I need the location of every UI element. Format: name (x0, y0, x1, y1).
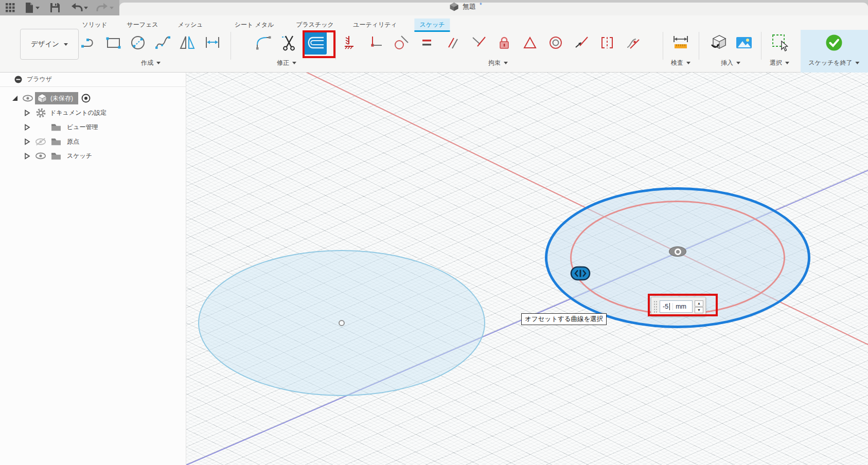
visibility-eye-icon[interactable] (33, 152, 48, 160)
visibility-off-eye-icon[interactable] (33, 137, 48, 146)
circle-tool-button[interactable] (127, 31, 150, 55)
document-title-text: 無題 (463, 2, 476, 11)
tab-surface[interactable]: サーフェス (121, 19, 163, 31)
fillet-icon (255, 34, 272, 51)
item-label: ドキュメントの設定 (50, 109, 107, 117)
panel-drag-handle[interactable] (653, 300, 658, 313)
offset-tool-button[interactable] (303, 31, 327, 55)
concentric-constraint-button[interactable] (544, 31, 568, 55)
expand-root-icon[interactable] (9, 95, 21, 102)
tab-sketch[interactable]: スケッチ (414, 19, 450, 32)
quick-access-toolbar (0, 0, 119, 15)
group-label-finish-sketch[interactable]: スケッチを終了 (808, 59, 859, 67)
group-label-create[interactable]: 作成 (141, 59, 161, 67)
tab-solid[interactable]: ソリッド (77, 19, 112, 31)
browser-root-row[interactable]: (未保存) (0, 91, 186, 105)
finish-sketch-button[interactable] (822, 31, 846, 55)
expand-icon[interactable] (21, 152, 33, 160)
left-circle-center-point[interactable] (339, 320, 345, 326)
flip-direction-icon (570, 266, 591, 281)
tab-sheetmetal[interactable]: シート メタル (229, 19, 279, 31)
expand-icon[interactable] (21, 138, 33, 146)
spinner-down-button[interactable]: ▼ (695, 307, 703, 313)
group-label-inspect[interactable]: 検査 (671, 59, 690, 67)
perpendicular-constraint-button[interactable] (467, 31, 490, 55)
collinear-constraint-button[interactable] (570, 31, 593, 55)
tab-utility[interactable]: ユーティリティ (348, 19, 402, 31)
browser-item-sketches[interactable]: スケッチ (0, 149, 186, 163)
group-label-insert[interactable]: 挿入 (721, 59, 740, 67)
coincident-constraint-button[interactable] (338, 31, 362, 55)
browser-panel: ブラウザ (未保存) ドキュメントの設定 (0, 73, 186, 465)
midpoint-constraint-button[interactable] (518, 31, 542, 55)
mirror-tool-button[interactable] (176, 31, 200, 55)
equal-icon (419, 35, 435, 50)
item-label: スケッチ (67, 152, 92, 160)
save-icon (50, 3, 60, 13)
group-label-modify[interactable]: 修正 (277, 59, 296, 67)
offset-distance-input[interactable]: -5 mm (660, 300, 693, 313)
workspace-selector[interactable]: デザイン (20, 29, 79, 60)
sketch-origin-point[interactable] (669, 246, 686, 257)
inspect-group (669, 31, 693, 55)
item-label: ビュー管理 (67, 123, 98, 132)
collinear-icon (574, 35, 589, 50)
rectangle-icon (105, 34, 122, 51)
save-button[interactable] (48, 1, 62, 14)
app-bar: 無題 * (0, 0, 868, 15)
group-divider (761, 32, 761, 60)
browser-item-document-settings[interactable]: ドキュメントの設定 (0, 105, 186, 120)
tab-mesh[interactable]: メッシュ (172, 19, 208, 31)
group-label-constraints[interactable]: 拘束 (488, 59, 508, 67)
select-tool-button[interactable] (768, 31, 791, 55)
tab-plastic[interactable]: プラスチック (291, 19, 339, 31)
insert-image-icon (735, 34, 753, 51)
perpendicular-icon (471, 35, 486, 50)
expand-icon[interactable] (21, 123, 33, 131)
measure-tool-button[interactable] (669, 31, 693, 55)
ribbon-toolbar: デザイン ソリッド サーフェス メッシュ シート メタル プラスチック ユーティ… (0, 15, 868, 73)
finish-check-icon (825, 33, 843, 52)
curvature-constraint-button[interactable] (621, 31, 645, 55)
spline-tool-button[interactable] (151, 31, 175, 55)
tangent-constraint-button[interactable] (389, 31, 413, 55)
finish-sketch-group (822, 31, 846, 55)
equal-constraint-button[interactable] (415, 31, 439, 55)
symmetry-icon (599, 35, 615, 50)
rectangle-tool-button[interactable] (102, 31, 126, 55)
trim-tool-button[interactable] (277, 31, 301, 55)
spinner-up-button[interactable]: ▲ (695, 300, 703, 307)
horizontal-vertical-icon (368, 35, 383, 50)
group-label-select[interactable]: 選択 (770, 59, 789, 67)
root-document-item[interactable]: (未保存) (35, 92, 78, 104)
mirror-icon (179, 34, 197, 51)
app-grid-button[interactable] (4, 1, 16, 14)
collapse-panel-icon[interactable] (14, 76, 22, 83)
parallel-constraint-button[interactable] (441, 31, 465, 55)
expand-icon[interactable] (21, 109, 33, 117)
horizontal-vertical-constraint-button[interactable] (364, 31, 387, 55)
document-cube-icon (449, 2, 459, 12)
redo-button[interactable] (95, 1, 115, 14)
fillet-tool-button[interactable] (252, 31, 275, 55)
dimension-tool-button[interactable] (201, 31, 224, 55)
file-menu-button[interactable] (23, 1, 41, 14)
file-icon (24, 2, 34, 13)
fusion360-window: 無題 * デザイン ソリッド サーフェス メッシュ シート メタル プラスチック… (0, 0, 868, 465)
root-visibility-eye-icon[interactable] (21, 94, 35, 102)
activate-component-icon[interactable] (78, 94, 94, 103)
browser-item-origin[interactable]: 原点 (0, 134, 186, 149)
fix-constraint-button[interactable] (492, 31, 516, 55)
group-divider (335, 32, 336, 60)
insert-image-button[interactable] (732, 31, 756, 55)
offset-flip-handle[interactable] (570, 266, 591, 283)
document-tab[interactable] (119, 3, 868, 15)
symmetry-constraint-button[interactable] (595, 31, 619, 55)
sketch-canvas[interactable]: オフセットする曲線を選択 -5 mm ▲ ▼ (186, 73, 868, 465)
line-tool-button[interactable] (77, 31, 101, 55)
undo-button[interactable] (69, 1, 90, 14)
browser-item-view-management[interactable]: ビュー管理 (0, 120, 186, 134)
fix-icon (497, 35, 512, 50)
insert-group (707, 31, 756, 55)
insert-mesh-button[interactable] (707, 31, 731, 55)
